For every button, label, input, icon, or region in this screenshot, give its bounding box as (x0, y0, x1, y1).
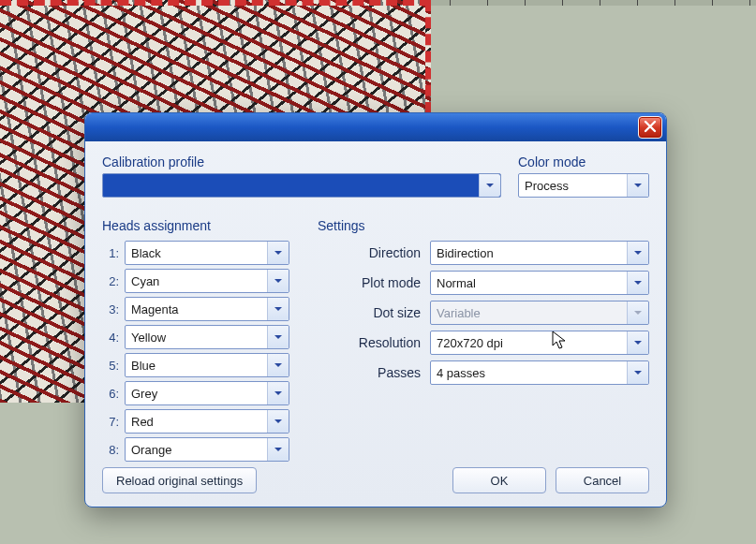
calibration-profile-dropdown[interactable] (102, 173, 501, 198)
dot-size-value: Variable (437, 306, 481, 320)
head-row: 6: Grey (102, 381, 289, 405)
head-8-dropdown[interactable]: Orange (125, 437, 289, 462)
calibration-profile-label: Calibration profile (102, 154, 501, 169)
close-icon (644, 120, 657, 136)
passes-label: Passes (318, 365, 421, 380)
chevron-down-icon (627, 242, 648, 264)
resolution-value: 720x720 dpi (437, 336, 503, 350)
head-value: Grey (131, 387, 157, 401)
resolution-label: Resolution (318, 335, 421, 350)
direction-dropdown[interactable]: Bidirection (430, 241, 649, 265)
color-mode-label: Color mode (518, 154, 649, 169)
heads-assignment-label: Heads assignment (102, 218, 289, 233)
chevron-down-icon (479, 174, 500, 197)
direction-value: Bidirection (437, 246, 494, 260)
head-index: 5: (102, 359, 119, 373)
dot-size-dropdown: Variable (430, 301, 649, 325)
chevron-down-icon (627, 331, 648, 354)
resolution-dropdown[interactable]: 720x720 dpi (430, 331, 649, 355)
print-settings-dialog: Calibration profile Color mode Process H… (84, 112, 667, 507)
close-button[interactable] (638, 116, 662, 139)
chevron-down-icon (627, 361, 648, 384)
head-value: Yellow (131, 331, 166, 345)
settings-label: Settings (318, 218, 649, 233)
head-3-dropdown[interactable]: Magenta (125, 297, 289, 321)
chevron-down-icon (627, 272, 648, 294)
head-value: Cyan (131, 274, 159, 288)
plot-mode-label: Plot mode (318, 275, 421, 290)
head-4-dropdown[interactable]: Yellow (125, 325, 289, 349)
head-value: Blue (131, 359, 156, 373)
head-value: Black (131, 246, 161, 260)
head-2-dropdown[interactable]: Cyan (125, 269, 289, 293)
chevron-down-icon (627, 301, 648, 324)
reload-original-settings-button[interactable]: Reload original settings (102, 467, 257, 493)
head-index: 2: (102, 274, 119, 288)
chevron-down-icon (627, 174, 648, 197)
head-index: 3: (102, 302, 119, 316)
passes-value: 4 passes (437, 366, 485, 380)
head-1-dropdown[interactable]: Black (125, 241, 289, 265)
head-index: 8: (102, 443, 119, 457)
chevron-down-icon (267, 438, 289, 461)
reload-button-label: Reload original settings (116, 474, 243, 488)
head-row: 7: Red (102, 409, 289, 434)
chevron-down-icon (267, 382, 289, 404)
head-row: 4: Yellow (102, 325, 289, 349)
chevron-down-icon (267, 354, 289, 376)
chevron-down-icon (267, 270, 289, 292)
head-index: 1: (102, 246, 119, 260)
head-value: Orange (131, 443, 171, 457)
ok-button-label: OK (491, 474, 509, 488)
head-7-dropdown[interactable]: Red (125, 409, 289, 434)
color-mode-dropdown[interactable]: Process (518, 173, 649, 198)
head-index: 7: (102, 415, 119, 429)
head-index: 4: (102, 331, 119, 345)
chevron-down-icon (267, 242, 289, 264)
head-row: 5: Blue (102, 353, 289, 377)
chevron-down-icon (267, 326, 289, 348)
head-index: 6: (102, 387, 119, 401)
color-mode-value: Process (525, 179, 569, 193)
head-row: 1: Black (102, 241, 289, 265)
head-row: 8: Orange (102, 437, 289, 462)
cancel-button[interactable]: Cancel (556, 467, 649, 493)
plot-mode-value: Normal (437, 276, 476, 290)
ok-button[interactable]: OK (452, 467, 546, 493)
direction-label: Direction (318, 245, 421, 260)
cancel-button-label: Cancel (584, 474, 621, 488)
chevron-down-icon (267, 298, 289, 320)
plot-mode-dropdown[interactable]: Normal (430, 271, 649, 295)
chevron-down-icon (267, 410, 289, 433)
head-value: Magenta (131, 302, 179, 316)
passes-dropdown[interactable]: 4 passes (430, 360, 649, 385)
head-5-dropdown[interactable]: Blue (125, 353, 289, 377)
head-row: 3: Magenta (102, 297, 289, 321)
head-value: Red (131, 415, 154, 429)
head-row: 2: Cyan (102, 269, 289, 293)
dot-size-label: Dot size (318, 305, 421, 320)
head-6-dropdown[interactable]: Grey (125, 381, 289, 405)
dialog-titlebar (85, 113, 666, 141)
